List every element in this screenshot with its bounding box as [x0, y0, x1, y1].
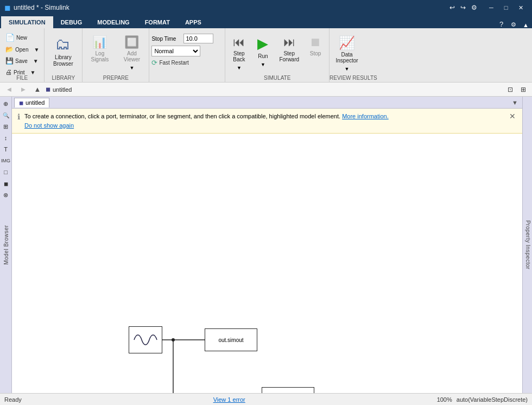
ribbon-group-library: 🗂 LibraryBrowser LIBRARY [45, 28, 83, 82]
model-tab-untitled[interactable]: ◼ untitled [14, 98, 49, 107]
qa-settings-btn[interactable]: ⚙ [469, 3, 479, 12]
library-browser-btn[interactable]: 🗂 LibraryBrowser [47, 33, 79, 70]
ribbon-group-file: 📄 New 📂 Open ▼ 💾 Save ▼ 🖨 [0, 28, 45, 82]
open-btn[interactable]: 📂 Open [2, 44, 31, 55]
sine-wave-block[interactable] [129, 326, 162, 353]
data-inspector-dropdown[interactable]: ▼ [345, 66, 350, 72]
mode-row: Normal Accelerator Rapid Accelerator [151, 46, 200, 56]
info-content: To create a connection, click a port, te… [24, 112, 504, 130]
sidebar-box-btn[interactable]: □ [1, 167, 11, 177]
ribbon-tabs: SIMULATION DEBUG MODELING FORMAT APPS ? … [0, 15, 532, 28]
tab-format[interactable]: FORMAT [137, 16, 178, 28]
back-btn[interactable]: ◄ [3, 84, 15, 95]
window-controls: ─ □ ✕ [484, 2, 528, 13]
ribbon-settings-btn[interactable]: ⚙ [508, 21, 520, 28]
simulation-mode-select[interactable]: Normal Accelerator Rapid Accelerator [151, 46, 200, 56]
sidebar-add-btn[interactable]: ⊕ [1, 99, 11, 109]
minimize-btn[interactable]: ─ [484, 2, 498, 13]
save-icon: 💾 [5, 57, 14, 65]
prepare-group-label: PREPARE [83, 75, 149, 81]
status-error-link[interactable]: View 1 error [213, 396, 245, 403]
ribbon-expand-btn[interactable]: ▲ [520, 22, 532, 28]
step-back-dropdown[interactable]: ▼ [237, 65, 242, 71]
run-btn[interactable]: ▶ Run [251, 33, 274, 62]
sidebar-annotate-btn[interactable]: ⊗ [1, 190, 11, 200]
sidebar-fit-btn[interactable]: ⊞ [1, 122, 11, 131]
log-signals-icon: 📊 [92, 35, 107, 49]
model-tab-bar: ◼ untitled ▼ [12, 97, 522, 109]
ribbon-group-prepare: 📊 LogSignals 🔲 AddViewer ▼ PREPARE [83, 28, 149, 82]
library-icon: 🗂 [55, 35, 71, 53]
breadcrumb-icon: ◼ [46, 86, 50, 93]
save-btn[interactable]: 💾 Save [2, 55, 31, 66]
stop-time-input[interactable] [183, 34, 213, 43]
tab-dropdown-btn[interactable]: ▼ [510, 99, 520, 106]
stop-time-label: Stop Time [151, 36, 181, 42]
app-icon: ◼ [4, 3, 11, 12]
library-browser-label: LibraryBrowser [53, 54, 73, 67]
open-dropdown-btn[interactable]: ▼ [32, 45, 41, 54]
model-tab-label: untitled [26, 99, 45, 106]
step-back-btn[interactable]: ⏮ StepBack [227, 33, 250, 65]
file-group-label: FILE [0, 75, 44, 81]
save-dropdown-btn[interactable]: ▼ [31, 56, 40, 66]
stop-icon: ⏹ [309, 35, 321, 49]
sidebar-split-btn[interactable]: ↕ [1, 133, 11, 143]
info-text: To create a connection, click a port, te… [24, 113, 340, 119]
diagram-canvas: out.simout untitled.mat [12, 136, 522, 393]
simout-block[interactable]: out.simout [205, 328, 257, 351]
up-btn[interactable]: ▲ [31, 84, 43, 95]
quick-access: ↩ ↪ ⚙ [447, 3, 479, 12]
redo-btn[interactable]: ↪ [458, 3, 468, 12]
stop-btn[interactable]: ⏹ Stop [304, 33, 327, 59]
grid-btn[interactable]: ⊞ [518, 84, 529, 95]
breadcrumb-bar: ◄ ► ▲ ◼ untitled ⊡ ⊞ [0, 83, 532, 97]
log-signals-btn[interactable]: 📊 LogSignals [85, 33, 115, 65]
sidebar-zoom-btn[interactable]: 🔍 [1, 110, 11, 120]
help-btn[interactable]: ? [495, 20, 508, 28]
title-text: untitled * - Simulink [14, 4, 447, 11]
ribbon-group-review-results: 📈 DataInspector ▼ REVIEW RESULTS [330, 28, 373, 82]
step-back-icon: ⏮ [233, 35, 245, 49]
tab-modeling[interactable]: MODELING [90, 16, 137, 28]
more-info-link[interactable]: More information. [342, 113, 389, 119]
info-close-btn[interactable]: ✕ [508, 112, 517, 121]
data-inspector-btn[interactable]: 📈 DataInspector [332, 33, 362, 66]
status-solver: auto(VariableStepDiscrete) [457, 396, 528, 403]
fast-restart-icon: ⟳ [151, 59, 157, 67]
maximize-btn[interactable]: □ [499, 2, 513, 13]
stop-time-row: Stop Time [151, 34, 213, 43]
fast-restart-row: ⟳ Fast Restart [151, 59, 188, 67]
tab-simulation[interactable]: SIMULATION [1, 16, 53, 28]
add-viewer-btn[interactable]: 🔲 AddViewer [117, 33, 147, 65]
review-results-label: REVIEW RESULTS [330, 75, 373, 81]
run-dropdown[interactable]: ▼ [261, 62, 265, 67]
close-btn[interactable]: ✕ [514, 2, 528, 13]
do-not-show-link[interactable]: Do not show again [24, 122, 74, 129]
model-browser-label: Model Browser [3, 225, 9, 264]
tab-apps[interactable]: APPS [178, 16, 209, 28]
fit-to-view-btn[interactable]: ⊡ [505, 84, 516, 95]
fast-restart-label: Fast Restart [159, 60, 188, 66]
sidebar-image-btn[interactable]: IMG [1, 156, 11, 166]
titlebar: ◼ untitled * - Simulink ↩ ↪ ⚙ ─ □ ✕ [0, 0, 532, 15]
sidebar-text-btn[interactable]: T [1, 144, 11, 154]
info-icon: ℹ [17, 112, 20, 121]
mat-file-block[interactable]: untitled.mat [262, 387, 314, 393]
right-sidebar: Property Inspector [522, 97, 532, 393]
left-sidebar: Model Browser ⊕ 🔍 ⊞ ↕ T IMG □ ◼ ⊗ [0, 97, 12, 393]
sidebar-fill-btn[interactable]: ◼ [1, 179, 11, 188]
tab-debug[interactable]: DEBUG [53, 16, 90, 28]
canvas-area: ◼ untitled ▼ ℹ To create a connection, c… [12, 97, 522, 393]
forward-btn[interactable]: ► [17, 84, 29, 95]
new-icon: 📄 [5, 33, 15, 42]
run-icon: ▶ [257, 35, 268, 52]
ribbon: 📄 New 📂 Open ▼ 💾 Save ▼ 🖨 [0, 28, 532, 83]
mat-file-label: untitled.mat [273, 393, 303, 394]
undo-btn[interactable]: ↩ [447, 3, 457, 12]
add-viewer-dropdown[interactable]: ▼ [129, 65, 134, 71]
new-btn[interactable]: 📄 New [2, 31, 30, 43]
step-forward-btn[interactable]: ⏭ StepForward [275, 33, 303, 65]
main-content: Model Browser ⊕ 🔍 ⊞ ↕ T IMG □ ◼ ⊗ ◼ unti… [0, 97, 532, 393]
library-group-label: LIBRARY [45, 75, 82, 81]
